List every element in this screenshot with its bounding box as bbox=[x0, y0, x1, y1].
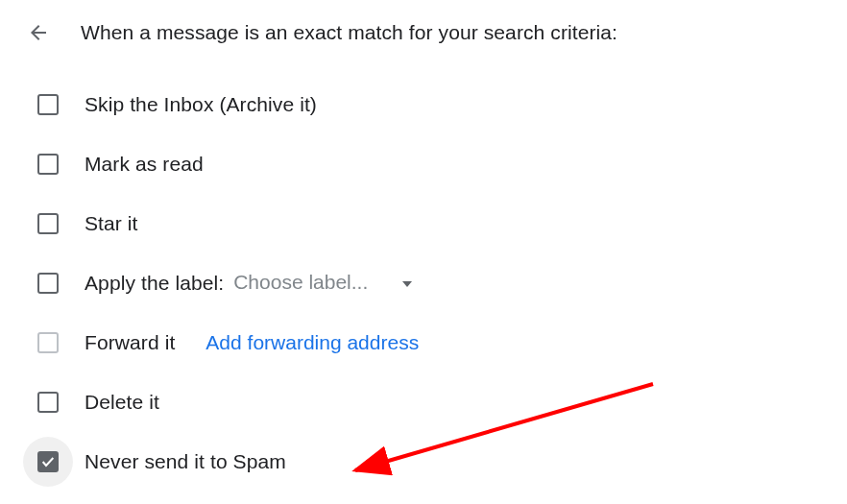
option-label: Delete it bbox=[85, 391, 159, 414]
arrow-left-icon bbox=[27, 21, 50, 44]
option-label: Forward it bbox=[85, 331, 175, 354]
checkbox-apply-label[interactable] bbox=[37, 273, 59, 294]
option-forward-it: Forward it Add forwarding address bbox=[23, 313, 847, 372]
option-never-spam: Never send it to Spam bbox=[23, 432, 847, 492]
add-forwarding-link[interactable]: Add forwarding address bbox=[206, 331, 419, 354]
checkbox-wrap bbox=[23, 199, 73, 249]
option-label: Never send it to Spam bbox=[85, 450, 286, 473]
back-button[interactable] bbox=[23, 17, 54, 48]
option-skip-inbox: Skip the Inbox (Archive it) bbox=[23, 75, 847, 134]
check-icon bbox=[40, 454, 56, 469]
checkbox-never-spam[interactable] bbox=[37, 451, 59, 472]
option-apply-label: Apply the label: Choose label... bbox=[23, 253, 847, 313]
checkbox-wrap bbox=[23, 258, 73, 308]
option-delete-it: Delete it bbox=[23, 372, 847, 432]
checkbox-wrap bbox=[23, 437, 73, 487]
checkbox-wrap bbox=[23, 318, 73, 368]
option-label: Star it bbox=[85, 212, 138, 235]
checkbox-delete-it[interactable] bbox=[37, 392, 59, 413]
checkbox-wrap bbox=[23, 377, 73, 427]
choose-label-dropdown[interactable]: Choose label... bbox=[233, 271, 412, 296]
checkbox-star-it[interactable] bbox=[37, 213, 59, 234]
dialog-header: When a message is an exact match for you… bbox=[0, 0, 847, 71]
option-mark-read: Mark as read bbox=[23, 134, 847, 194]
checkbox-mark-read[interactable] bbox=[37, 154, 59, 175]
dropdown-placeholder: Choose label... bbox=[233, 271, 368, 294]
dialog-title: When a message is an exact match for you… bbox=[81, 21, 617, 44]
option-label: Apply the label: bbox=[85, 272, 224, 295]
option-star-it: Star it bbox=[23, 194, 847, 253]
caret-down-icon bbox=[402, 274, 412, 291]
filter-options-list: Skip the Inbox (Archive it) Mark as read… bbox=[0, 71, 847, 492]
option-label: Skip the Inbox (Archive it) bbox=[85, 93, 317, 116]
checkbox-forward-it[interactable] bbox=[37, 332, 59, 353]
option-label: Mark as read bbox=[85, 153, 204, 176]
checkbox-wrap bbox=[23, 80, 73, 130]
checkbox-wrap bbox=[23, 139, 73, 189]
checkbox-skip-inbox[interactable] bbox=[37, 94, 59, 115]
